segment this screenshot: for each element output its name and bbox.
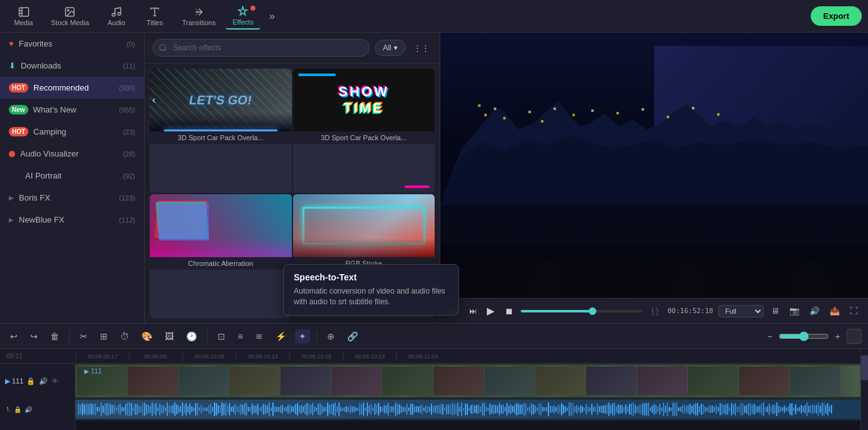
waveform: // Generate waveform bars dynamically co… (75, 400, 868, 419)
track-lock-btn[interactable]: 🔒 (26, 377, 36, 386)
effect-item-sport-car-2[interactable]: SHOW TIME 3D Sport Car Pack Overla... (293, 69, 435, 193)
zoom-in-button[interactable]: + (832, 329, 844, 343)
track-eye-btn[interactable]: 👁 (51, 377, 59, 386)
volume-icon[interactable]: 🔊 (807, 305, 822, 317)
camera-icon[interactable]: 📷 (787, 305, 802, 317)
ruler-mark-2: 00:06:10:08 (182, 352, 236, 361)
video-track-label: ▶ 111 🔒 🔊 👁 (0, 364, 75, 399)
new-badge: New (9, 105, 28, 114)
toolbar-transitions-label: Transitions (182, 19, 216, 26)
svg-point-11 (633, 258, 676, 298)
sidebar-item-boris-fx[interactable]: ▶ Boris FX (123) (0, 187, 144, 209)
audio-track-num: ⒈ (5, 405, 11, 414)
stop-button[interactable]: ⏹ (502, 304, 516, 319)
effect-item-chromatic[interactable]: Chromatic Aberration (150, 194, 292, 319)
sidebar-item-camping[interactable]: HOT Camping (23) (0, 121, 144, 143)
transform-button[interactable]: ⊡ (214, 329, 229, 343)
toolbar-audio-label: Audio (108, 19, 125, 26)
sidebar-newblue-fx-label: NewBlue FX (19, 215, 64, 224)
export-button[interactable]: Export (811, 6, 862, 26)
effect-thumb-sport-1: ‹ LET'S GO! (150, 69, 292, 131)
sidebar-newblue-fx-count: (112) (119, 216, 135, 224)
thumb-frame-5 (281, 367, 331, 395)
grid-layout-button[interactable]: ⋮⋮ (411, 41, 432, 55)
svg-point-5 (160, 45, 165, 50)
toolbar-effects[interactable]: Effects (226, 3, 260, 30)
sidebar-item-favorites[interactable]: ♥ Favorites (0) (0, 33, 144, 55)
filter-button[interactable]: All ▾ (375, 40, 406, 56)
thumb-frame-14 (739, 367, 789, 395)
effect-thumb-chromatic (150, 194, 292, 257)
progress-fill (521, 310, 596, 312)
audio-lock-btn[interactable]: 🔒 (13, 405, 22, 414)
sidebar-item-audio-visualizer[interactable]: Audio Visualizer (28) (0, 143, 144, 165)
redo-button[interactable]: ↪ (26, 329, 42, 343)
sidebar-favorites-count: (0) (127, 40, 135, 48)
play-button[interactable]: ▶ (484, 302, 497, 319)
audio-track-label: ⒈ 🔒 🔊 (0, 399, 75, 421)
play-icon-track: ▶ (5, 377, 10, 385)
preview-video (440, 33, 868, 298)
bracket-start-icon: { } (648, 307, 662, 316)
color-button[interactable]: 🎨 (138, 329, 156, 343)
timer-button[interactable]: ⏱ (116, 329, 133, 343)
timeline-toolbar: ↩ ↪ 🗑 ✂ ⊞ ⏱ 🎨 🖼 🕐 ⊡ ≡ ≋ ⚡ ✦ ⊕ 🔗 − + (0, 324, 868, 349)
undo-button[interactable]: ↩ (6, 329, 21, 343)
sidebar-item-recommended[interactable]: HOT Recommended (500) (0, 77, 144, 99)
sidebar-item-ai-portrait[interactable]: AI Portrait (92) (0, 165, 144, 187)
delete-button[interactable]: 🗑 (47, 329, 63, 343)
search-input[interactable] (152, 39, 370, 57)
sidebar-item-downloads[interactable]: ⬇ Downloads (11) (0, 55, 144, 77)
tooltip-popup: Speech-to-Text Automatic conversion of v… (283, 264, 459, 316)
toolbar-transitions[interactable]: Transitions (176, 4, 222, 29)
ruler-marks: 00:06:09:17 00:06:09: 00:06:10:08 00:06:… (75, 352, 868, 361)
toolbar-media-label: Media (14, 19, 33, 26)
toolbar-more-btn[interactable]: » (264, 8, 280, 25)
export-preview-icon[interactable]: 📤 (827, 305, 842, 317)
clock-button[interactable]: 🕐 (182, 329, 201, 343)
sidebar-recommended-label: Recommended (33, 83, 89, 92)
track-content: ▶ 111 (75, 364, 868, 430)
ai-button[interactable]: ✦ (295, 329, 310, 343)
photo-button[interactable]: 🖼 (161, 329, 177, 343)
monitor-icon[interactable]: 🖥 (769, 305, 782, 317)
frame-back-button[interactable]: ⏭ (467, 304, 479, 318)
sidebar-item-newblue-fx[interactable]: ▶ NewBlue FX (112) (0, 209, 144, 231)
cut-button[interactable]: ✂ (76, 329, 91, 343)
ruler-mark-4: 00:06:10:18 (289, 352, 343, 361)
ruler-mark-5: 00:06:10:23 (343, 352, 396, 361)
preview-progress-bar[interactable] (521, 310, 643, 312)
toolbar-titles[interactable]: Titles (138, 4, 172, 29)
video-preview: ⏮ ⏭ ▶ ⏹ { } 00:16:52:18 Full Half Quarte… (440, 33, 868, 323)
thumb-frame-12 (637, 367, 687, 395)
thumbnail-strip (847, 329, 862, 344)
link-button[interactable]: 🔗 (343, 329, 362, 343)
toolbar-stock-media[interactable]: Stock Media (45, 4, 96, 29)
toolbar-effects-label: Effects (233, 18, 253, 26)
video-track-inner[interactable]: ▶ 111 (75, 365, 868, 397)
progress-thumb[interactable] (589, 307, 596, 315)
sidebar-item-whats-new[interactable]: New What's New (955) (0, 99, 144, 121)
track-mute-btn[interactable]: 🔊 (38, 377, 48, 386)
add-track-button[interactable]: ⊕ (323, 329, 338, 343)
speed-button[interactable]: ⚡ (272, 329, 290, 343)
effect-label-chromatic: Chromatic Aberration (150, 257, 292, 270)
scrollbar-thumb[interactable] (861, 355, 868, 380)
fullscreen-icon[interactable]: ⛶ (847, 305, 860, 317)
timeline-scrollbar[interactable] (860, 349, 868, 430)
thumb-frame-4 (230, 367, 280, 395)
sidebar-ai-portrait-count: (92) (123, 172, 135, 180)
sidebar-camping-count: (23) (123, 128, 135, 136)
quality-select[interactable]: Full Half Quarter (718, 305, 764, 317)
audio-track-inner[interactable]: // Generate waveform bars dynamically co… (75, 400, 868, 419)
effect-label-sport-1: 3D Sport Car Pack Overla... (150, 131, 292, 144)
adjust-button[interactable]: ≡ (234, 329, 247, 343)
crop-button[interactable]: ⊞ (96, 329, 111, 343)
zoom-out-button[interactable]: − (764, 329, 776, 343)
zoom-slider[interactable] (779, 331, 829, 341)
toolbar-media[interactable]: Media (6, 4, 41, 29)
audio-eq-button[interactable]: ≋ (252, 329, 267, 343)
effect-item-sport-car-1[interactable]: ‹ LET'S GO! 3D Sport Car Pack Overla... (150, 69, 292, 193)
audio-mute-btn[interactable]: 🔊 (24, 405, 33, 414)
toolbar-audio[interactable]: Audio (99, 4, 134, 29)
